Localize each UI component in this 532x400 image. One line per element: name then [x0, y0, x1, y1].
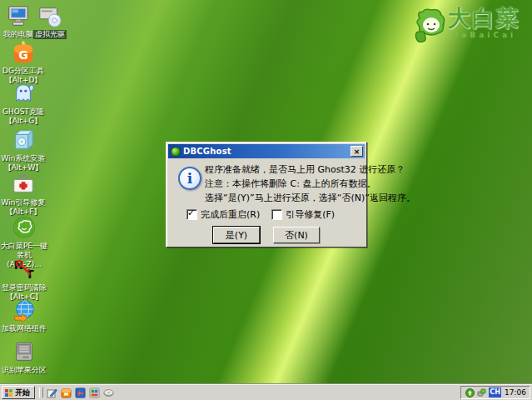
start-label: 开始 — [15, 388, 30, 398]
cd-rom-icon[interactable] — [103, 388, 114, 398]
desktop-icon-ghost-clone[interactable]: GHOST克隆 【Alt+G】 — [0, 81, 47, 126]
desktop-icon-dg-partition[interactable]: G DG分区工具 【Alt+D】 — [0, 40, 47, 85]
logo-title: 大白菜 — [448, 7, 520, 30]
virtual-cd-drive-icon — [37, 3, 62, 28]
no-button[interactable]: 否(N) — [273, 227, 320, 243]
win-boot-repair-icon — [11, 172, 36, 197]
language-indicator[interactable]: CH — [489, 388, 501, 398]
desktop-icon-password-clear[interactable]: N T 登录密码清除 【Alt+C】 — [0, 257, 48, 302]
desktop-icon-label: Win引导修复 【Alt+F】 — [2, 198, 46, 217]
desktop-icon-label: 加载网络组件 — [2, 324, 47, 333]
start-button[interactable]: 开始 — [2, 386, 35, 399]
checkbox-boot-repair[interactable]: 引导修复(F) — [271, 208, 335, 221]
dg-partition-tool-icon: G — [11, 40, 36, 65]
desktop-icon-label: 虚拟光驱 — [33, 30, 67, 39]
desktop-icon-label: 我的电脑 — [3, 30, 33, 39]
login-password-clear-icon: N T — [12, 257, 37, 282]
show-desktop-icon[interactable] — [47, 388, 57, 398]
win-system-install-icon — [11, 128, 36, 152]
checkbox-restart-box[interactable] — [186, 209, 197, 220]
network-setup-icon[interactable] — [75, 388, 86, 398]
dbcghost-app-icon — [171, 147, 181, 157]
desktop-icon-label: 识别苹果分区 — [2, 366, 47, 375]
yes-button[interactable]: 是(Y) — [213, 227, 260, 243]
screen-capture-icon[interactable] — [89, 388, 100, 398]
info-icon: i — [178, 167, 201, 190]
desktop-icon-virtual-cd[interactable]: 虚拟光驱 — [32, 3, 68, 39]
desktop-icon-win-install[interactable]: Win系统安装 【Alt+W】 — [0, 128, 47, 172]
dialog-message-line1: 程序准备就绪，是否马上用 Ghost32 进行还原？ — [205, 162, 360, 177]
desktop-icon-label: Win系统安装 【Alt+W】 — [2, 154, 46, 172]
start-flag-icon — [5, 389, 12, 397]
svg-text:G: G — [18, 48, 28, 62]
desktop: 大白菜 DaBaiCai 我的电脑 虚拟光驱 G D — [0, 0, 532, 400]
hardware-tray-icon[interactable] — [477, 388, 486, 398]
my-computer-icon — [6, 3, 31, 28]
dialog-titlebar[interactable]: DBCGhost × — [168, 144, 365, 158]
dialog-button-row: 是(Y) 否(N) — [168, 227, 365, 243]
file-manager-icon[interactable] — [61, 388, 72, 398]
dabaicai-logo-icon — [411, 7, 448, 45]
dialog-message-line3: 选择“是(Y)”马上进行还原，选择“否(N)”返回程序。 — [205, 191, 360, 205]
dialog-message: 程序准备就绪，是否马上用 Ghost32 进行还原？ 注意：本操作将删除 C: … — [205, 162, 360, 205]
desktop-icon-load-network[interactable]: 加载网络组件 — [0, 298, 48, 333]
desktop-icon-label: GHOST克隆 【Alt+G】 — [2, 108, 44, 126]
dabaicai-pe-onekey-icon — [12, 215, 37, 240]
logo-subtitle: DaBaiCai — [448, 31, 520, 39]
checkbox-restart-label: 完成后重启(R) — [201, 208, 260, 221]
dialog-checkbox-row: 完成后重启(R) 引导修复(F) — [186, 208, 346, 221]
dabaicai-logo-text: 大白菜 DaBaiCai — [448, 7, 520, 39]
checkbox-boot-repair-label: 引导修复(F) — [286, 208, 335, 221]
close-icon[interactable]: × — [351, 146, 363, 157]
tray-clock[interactable]: 17:06 — [505, 388, 526, 397]
dabaicai-tray-icon[interactable] — [465, 388, 475, 398]
system-tray: CH 17:06 — [460, 386, 530, 399]
detect-apple-partition-icon — [12, 339, 37, 364]
desktop-icon-boot-repair[interactable]: Win引导修复 【Alt+F】 — [0, 172, 47, 217]
dialog-message-line2: 注意：本操作将删除 C: 盘上的所有数据。 — [205, 177, 360, 191]
quick-launch — [47, 388, 114, 398]
desktop-icon-apple-partition[interactable]: 识别苹果分区 — [0, 339, 48, 375]
taskbar: 开始 — [0, 384, 532, 400]
load-network-component-icon — [12, 298, 37, 322]
dialog-title: DBCGhost — [183, 147, 351, 156]
quicklaunch-handle[interactable] — [39, 388, 43, 398]
dabaicai-logo: 大白菜 DaBaiCai — [411, 7, 520, 45]
dialog-body: i 程序准备就绪，是否马上用 Ghost32 进行还原？ 注意：本操作将删除 C… — [168, 158, 365, 245]
ghost-clone-icon — [11, 81, 36, 106]
checkbox-boot-repair-box[interactable] — [271, 209, 282, 220]
dbcghost-dialog: DBCGhost × i 程序准备就绪，是否马上用 Ghost32 进行还原？ … — [166, 142, 367, 248]
checkbox-restart-after-finish[interactable]: 完成后重启(R) — [186, 208, 260, 221]
